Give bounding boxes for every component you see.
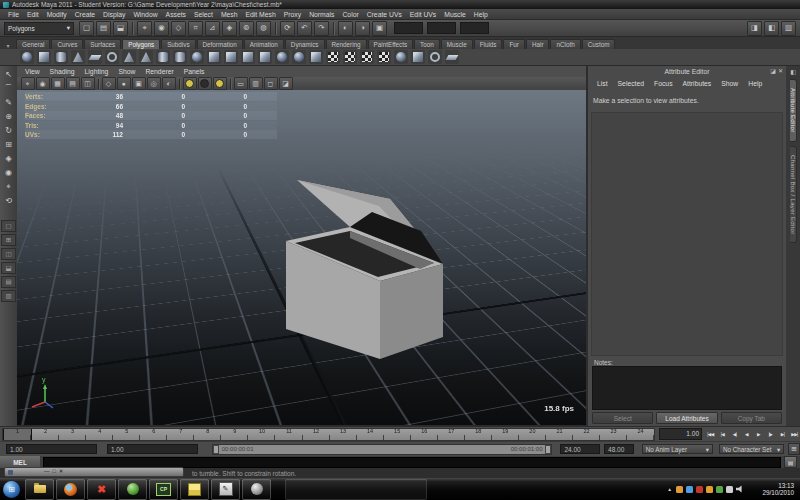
viewport-menu-view[interactable]: View xyxy=(20,68,45,75)
notes-textarea[interactable] xyxy=(592,366,782,410)
viewport-menu-shading[interactable]: Shading xyxy=(45,68,80,75)
shelf-menu-icon[interactable]: ▾ xyxy=(0,42,16,49)
snap-to-curve-icon[interactable]: ⊿ xyxy=(205,21,220,36)
wireframe-icon[interactable]: ◇ xyxy=(102,77,116,90)
shelf-tab-fur[interactable]: Fur xyxy=(503,39,524,49)
step-forward-frame-button[interactable]: ▶| xyxy=(777,429,788,440)
viewport-menu-renderer[interactable]: Renderer xyxy=(140,68,178,75)
poly-cube-icon[interactable] xyxy=(37,50,51,64)
shelf-tab-polygons[interactable]: Polygons xyxy=(122,39,160,49)
menu-select[interactable]: Select xyxy=(190,10,217,19)
collapse-panel-icon[interactable]: ◧ xyxy=(790,68,796,75)
sphere-material-icon[interactable] xyxy=(394,50,408,64)
shelf-tab-rendering[interactable]: Rendering xyxy=(326,39,367,49)
menu-assets[interactable]: Assets xyxy=(162,10,190,19)
timeline-frame-15[interactable]: 15 xyxy=(384,429,411,440)
menu-set-selector[interactable]: Polygons ▾ xyxy=(4,22,74,35)
select-tool-icon[interactable]: ↖ xyxy=(2,68,16,81)
smooth-shade-icon[interactable]: ● xyxy=(117,77,131,90)
timeline-frame-18[interactable]: 18 xyxy=(465,429,492,440)
chest-model[interactable]: y xyxy=(17,90,586,425)
shelf-tab-curves[interactable]: Curves xyxy=(51,39,83,49)
layout-persp-graph-button[interactable]: ▤ xyxy=(1,276,16,288)
step-back-key-button[interactable]: ◀| xyxy=(729,429,740,440)
ae-menu-help[interactable]: Help xyxy=(743,80,767,87)
timeline-frame-24[interactable]: 24 xyxy=(627,429,654,440)
timeline-frame-17[interactable]: 17 xyxy=(438,429,465,440)
lock-camera-icon[interactable]: ◉ xyxy=(36,77,50,90)
select-camera-icon[interactable]: ⌖ xyxy=(21,77,35,90)
soft-mod-tool-icon[interactable]: ◉ xyxy=(2,166,16,179)
taskbar-clock[interactable]: 13:13 29/10/2010 xyxy=(750,482,794,496)
shelf-tab-surfaces[interactable]: Surfaces xyxy=(84,39,121,49)
tray-blue-icon[interactable] xyxy=(686,486,693,493)
construction-history-icon[interactable]: ⟳ xyxy=(280,21,295,36)
booleans-icon[interactable] xyxy=(292,50,306,64)
ipr-render-icon[interactable]: ◑ xyxy=(355,21,370,36)
app-cp-icon[interactable]: CP xyxy=(149,479,178,500)
timeline-frame-3[interactable]: 3 xyxy=(59,429,86,440)
snap-to-plane-icon[interactable]: ⊚ xyxy=(239,21,254,36)
no-lights-icon[interactable] xyxy=(198,77,212,90)
poly-prism-icon[interactable] xyxy=(122,50,136,64)
animation-end-field[interactable]: 48.00 xyxy=(604,444,634,454)
all-lights-icon[interactable] xyxy=(213,77,227,90)
gate-mask-icon[interactable]: ◪ xyxy=(279,77,293,90)
tray-green-icon[interactable] xyxy=(716,486,723,493)
checker-map-2-icon[interactable] xyxy=(343,50,357,64)
maya-taskbar-button[interactable] xyxy=(285,479,427,500)
use-all-lights-icon[interactable]: ◎ xyxy=(147,77,161,90)
tray-amber-icon[interactable] xyxy=(706,486,713,493)
poly-sphere-icon[interactable] xyxy=(20,50,34,64)
tray-red-icon[interactable] xyxy=(696,486,703,493)
timeline-frame-20[interactable]: 20 xyxy=(519,429,546,440)
timeline-frame-11[interactable]: 11 xyxy=(275,429,302,440)
poly-pipe-icon[interactable] xyxy=(156,50,170,64)
toggle-tool-settings-icon[interactable]: ◧ xyxy=(764,21,779,36)
timeline-frame-12[interactable]: 12 xyxy=(303,429,330,440)
resolution-gate-icon[interactable]: ◻ xyxy=(264,77,278,90)
menu-color[interactable]: Color xyxy=(338,10,362,19)
snap-to-grid-icon[interactable]: ⌗ xyxy=(188,21,203,36)
timeline-frame-14[interactable]: 14 xyxy=(357,429,384,440)
menu-create[interactable]: Create xyxy=(71,10,99,19)
shelf-tab-painteffects[interactable]: PaintEffects xyxy=(368,39,414,49)
ae-menu-list[interactable]: List xyxy=(592,80,613,87)
checker-map-4-icon[interactable] xyxy=(377,50,391,64)
menu-normals[interactable]: Normals xyxy=(305,10,338,19)
playback-range-bar[interactable]: 00:00:00:01 00:00:01:00 xyxy=(212,444,553,455)
volume-icon[interactable] xyxy=(736,485,744,493)
shadows-icon[interactable]: ◐ xyxy=(162,77,176,90)
save-scene-icon[interactable]: ⬓ xyxy=(113,21,128,36)
firefox-icon[interactable] xyxy=(56,479,85,500)
shelf-tab-deformation[interactable]: Deformation xyxy=(197,39,243,49)
ae-menu-attributes[interactable]: Attributes xyxy=(678,80,717,87)
smooth-icon[interactable] xyxy=(275,50,289,64)
copy-tab-button[interactable]: Copy Tab xyxy=(721,412,782,424)
floating-mini-window[interactable]: —□✕ xyxy=(4,467,184,477)
coord-z-field[interactable] xyxy=(460,22,489,34)
layout-single-pane-button[interactable]: ▢ xyxy=(1,220,16,232)
lasso-tool-icon[interactable]: ⌒ xyxy=(2,82,16,95)
timeline-frame-4[interactable]: 4 xyxy=(86,429,113,440)
menu-modify[interactable]: Modify xyxy=(43,10,71,19)
step-forward-key-button[interactable]: |▶ xyxy=(765,429,776,440)
select-button[interactable]: Select xyxy=(592,412,653,424)
rotate-tool-icon[interactable]: ↻ xyxy=(2,124,16,137)
layout-custom-button[interactable]: ▥ xyxy=(1,290,16,302)
menu-window[interactable]: Window xyxy=(129,10,161,19)
shelf-tab-custom[interactable]: Custom xyxy=(582,39,616,49)
playback-end-field[interactable]: 24.00 xyxy=(560,444,600,454)
viewport-3d-area[interactable]: y Verts:3600Edges:6600Faces:4800Tris:940… xyxy=(17,90,586,425)
timeline-frame-22[interactable]: 22 xyxy=(573,429,600,440)
select-hierarchy-icon[interactable]: ⌖ xyxy=(137,21,152,36)
app-ball-icon[interactable] xyxy=(242,479,271,500)
camera-attributes-icon[interactable]: ▦ xyxy=(51,77,65,90)
image-plane-icon[interactable]: ◫ xyxy=(81,77,95,90)
timeline-frame-6[interactable]: 6 xyxy=(140,429,167,440)
timeline-frame-19[interactable]: 19 xyxy=(492,429,519,440)
menu-muscle[interactable]: Muscle xyxy=(440,10,470,19)
last-tool-icon[interactable]: ⟲ xyxy=(2,194,16,207)
poly-torus-icon[interactable] xyxy=(105,50,119,64)
poly-plane-icon[interactable] xyxy=(88,50,102,64)
